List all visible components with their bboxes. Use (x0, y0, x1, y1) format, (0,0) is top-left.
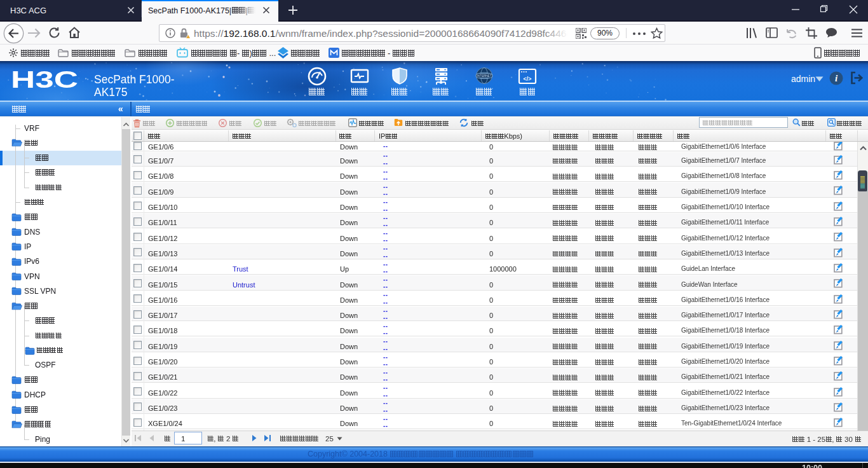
svg-text:H3C: H3C (11, 69, 78, 93)
svg-text:</>: </> (523, 76, 531, 82)
svg-text:INTERNET: INTERNET (477, 74, 491, 78)
